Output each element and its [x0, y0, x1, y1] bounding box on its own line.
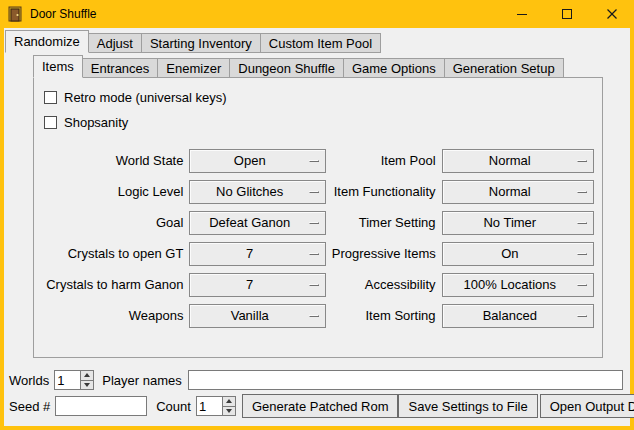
worlds-spinbox [54, 370, 94, 390]
spin-down-icon[interactable] [222, 407, 236, 417]
open-output-directory-button[interactable]: Open Output Directory [540, 394, 634, 418]
field-grid: World State Open Item Pool Normal Logic … [42, 145, 594, 331]
close-button[interactable] [589, 0, 634, 28]
dropdown-indicator-icon [577, 253, 587, 255]
dropdown-indicator-icon [577, 284, 587, 286]
field-row: World State Open Item Pool Normal [42, 145, 594, 176]
dropdown-indicator-icon [577, 160, 587, 162]
field-row: Goal Defeat Ganon Timer Setting No Timer [42, 207, 594, 238]
weapons-dropdown[interactable]: Vanilla [189, 304, 326, 328]
generate-row: Seed # Count Generate Patched Rom Save S… [9, 394, 623, 418]
field-row: Logic Level No Glitches Item Functionali… [42, 176, 594, 207]
progressive-items-label: Progressive Items [332, 246, 436, 261]
item-sorting-dropdown[interactable]: Balanced [442, 304, 594, 328]
crystals-open-gt-dropdown[interactable]: 7 [189, 242, 325, 266]
field-row: Crystals to harm Ganon 7 Accessibility 1… [42, 269, 594, 300]
item-sorting-label: Item Sorting [332, 308, 436, 323]
tab-starting-inventory[interactable]: Starting Inventory [141, 33, 261, 53]
item-pool-value: Normal [443, 153, 577, 168]
tab-entrances[interactable]: Entrances [82, 58, 159, 78]
dropdown-indicator-icon [309, 284, 319, 286]
tab-items[interactable]: Items [33, 55, 83, 78]
tab-enemizer[interactable]: Enemizer [157, 58, 230, 78]
count-label: Count [156, 399, 191, 414]
dropdown-indicator-icon [309, 160, 319, 162]
seed-input[interactable] [55, 396, 147, 416]
timer-setting-value: No Timer [443, 215, 577, 230]
worlds-spin-buttons [80, 370, 94, 390]
weapons-label: Weapons [42, 308, 183, 323]
dropdown-indicator-icon [309, 315, 319, 317]
crystals-harm-ganon-dropdown[interactable]: 7 [189, 273, 326, 297]
multiworld-row: Worlds Player names [9, 370, 623, 390]
timer-setting-dropdown[interactable]: No Timer [442, 211, 594, 235]
dropdown-indicator-icon [577, 315, 587, 317]
main-tab-bar: Randomize Adjust Starting Inventory Cust… [5, 30, 380, 53]
window-title: Door Shuffle [30, 7, 97, 21]
retro-mode-label: Retro mode (universal keys) [64, 90, 227, 105]
tab-dungeon-shuffle[interactable]: Dungeon Shuffle [229, 58, 344, 78]
dropdown-indicator-icon [309, 222, 319, 224]
shopsanity-label: Shopsanity [64, 115, 128, 130]
logic-level-label: Logic Level [42, 184, 183, 199]
item-sorting-value: Balanced [443, 308, 577, 323]
crystals-harm-ganon-value: 7 [190, 277, 309, 292]
field-row: Weapons Vanilla Item Sorting Balanced [42, 300, 594, 331]
progressive-items-value: On [443, 246, 577, 261]
count-spin-buttons [222, 396, 236, 416]
app-window: Door Shuffle Randomize Adjust Starting I… [0, 0, 634, 430]
progressive-items-dropdown[interactable]: On [442, 242, 594, 266]
maximize-button[interactable] [544, 0, 589, 28]
tab-randomize[interactable]: Randomize [5, 30, 89, 53]
spin-up-icon[interactable] [222, 396, 236, 407]
spin-down-icon[interactable] [80, 381, 94, 391]
tab-game-options[interactable]: Game Options [343, 58, 445, 78]
count-spinbox [196, 396, 236, 416]
accessibility-value: 100% Locations [443, 277, 577, 292]
field-row: Crystals to open GT 7 Progressive Items … [42, 238, 594, 269]
window-content: Randomize Adjust Starting Inventory Cust… [4, 28, 630, 426]
tab-adjust[interactable]: Adjust [88, 33, 142, 53]
accessibility-label: Accessibility [332, 277, 436, 292]
settings-tab-bar: Items Entrances Enemizer Dungeon Shuffle… [33, 55, 563, 78]
seed-label: Seed # [9, 399, 50, 414]
player-names-input[interactable] [188, 370, 623, 390]
goal-dropdown[interactable]: Defeat Ganon [189, 211, 326, 235]
generate-patched-rom-button[interactable]: Generate Patched Rom [242, 394, 399, 418]
logic-level-dropdown[interactable]: No Glitches [189, 180, 326, 204]
tab-generation-setup[interactable]: Generation Setup [444, 58, 564, 78]
goal-label: Goal [42, 215, 183, 230]
item-functionality-dropdown[interactable]: Normal [442, 180, 594, 204]
crystals-open-gt-value: 7 [190, 246, 308, 261]
weapons-value: Vanilla [190, 308, 309, 323]
titlebar: Door Shuffle [0, 0, 634, 28]
accessibility-dropdown[interactable]: 100% Locations [442, 273, 594, 297]
crystals-open-gt-label: Crystals to open GT [42, 246, 183, 261]
world-state-label: World State [42, 153, 183, 168]
retro-mode-checkbox[interactable] [44, 91, 57, 104]
door-icon [7, 6, 23, 22]
goal-value: Defeat Ganon [190, 215, 309, 230]
dropdown-indicator-icon [577, 222, 587, 224]
items-pane: Retro mode (universal keys) Shopsanity W… [33, 77, 603, 358]
count-input[interactable] [196, 396, 222, 416]
logic-level-value: No Glitches [190, 184, 309, 199]
world-state-dropdown[interactable]: Open [189, 149, 326, 173]
item-pool-dropdown[interactable]: Normal [442, 149, 594, 173]
minimize-button[interactable] [499, 0, 544, 28]
dropdown-indicator-icon [577, 191, 587, 193]
caption-buttons [499, 0, 634, 28]
item-functionality-value: Normal [443, 184, 577, 199]
world-state-value: Open [190, 153, 309, 168]
shopsanity-checkbox[interactable] [44, 116, 57, 129]
crystals-harm-ganon-label: Crystals to harm Ganon [42, 277, 183, 292]
spin-up-icon[interactable] [80, 370, 94, 381]
save-settings-button[interactable]: Save Settings to File [398, 394, 537, 418]
timer-setting-label: Timer Setting [332, 215, 436, 230]
tab-custom-item-pool[interactable]: Custom Item Pool [260, 33, 381, 53]
worlds-label: Worlds [9, 373, 49, 388]
dropdown-indicator-icon [309, 253, 319, 255]
shopsanity-row: Shopsanity [42, 111, 594, 133]
dropdown-indicator-icon [309, 191, 319, 193]
worlds-input[interactable] [54, 370, 80, 390]
